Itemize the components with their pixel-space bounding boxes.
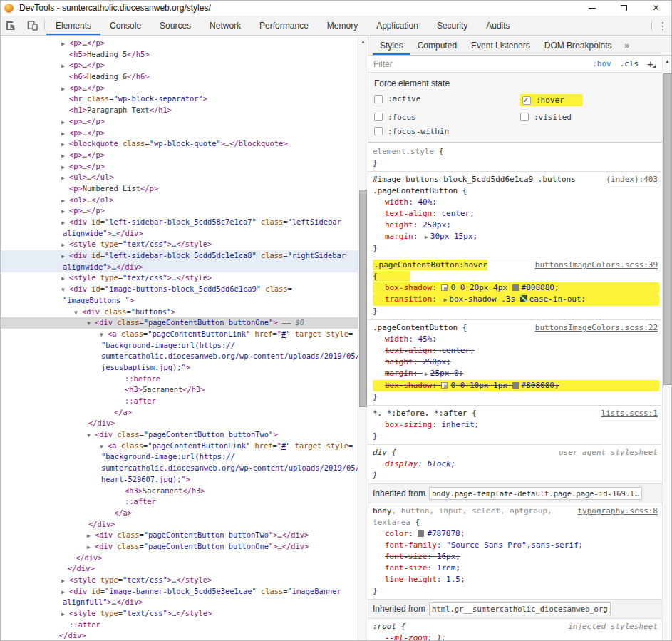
property-value[interactable]: center xyxy=(441,209,470,218)
rule-selector[interactable]: #image-buttons-block_5cdd5dd6e1ca9 .butt… xyxy=(373,175,576,195)
tree-node[interactable]: "background-image:url(https:// xyxy=(0,451,358,463)
tree-node[interactable]: <hr class="wp-block-separator"> xyxy=(0,93,358,105)
state-checkbox-hover[interactable]: :hover xyxy=(522,96,564,105)
expand-arrow-icon[interactable]: ▶ xyxy=(61,240,68,251)
sidebar-tab-computed[interactable]: Computed xyxy=(410,36,464,55)
css-property[interactable]: display: block; xyxy=(373,458,659,470)
tree-node[interactable]: <h3>Sacrament</h3> xyxy=(0,486,358,497)
expand-arrow-icon[interactable]: ▶ xyxy=(61,206,68,217)
property-value[interactable]: ease-in-out xyxy=(529,294,581,304)
css-property[interactable]: text-align: center; xyxy=(373,208,659,220)
property-name[interactable]: transition xyxy=(385,294,432,304)
property-value[interactable]: 0 0 10px 1px xyxy=(450,381,512,390)
tree-node[interactable]: <p>Numbered List</p> xyxy=(0,183,358,195)
tree-node[interactable]: ▼<div class="pageContentButton buttonTwo… xyxy=(0,429,358,441)
css-property[interactable]: transition: ▶box-shadow .3s ease-in-out; xyxy=(373,294,659,306)
property-value[interactable]: 0 0 20px 4px xyxy=(450,283,512,292)
expand-arrow-icon[interactable]: ▶ xyxy=(61,83,68,95)
rule-selector[interactable]: div xyxy=(373,448,387,457)
tree-node[interactable]: ::after xyxy=(0,396,358,407)
state-checkbox-focus-within[interactable]: :focus-within xyxy=(374,127,520,136)
devtools-menu-button[interactable]: ⋮ xyxy=(653,16,672,35)
property-value[interactable]: 30px 15px xyxy=(430,232,473,241)
tree-node[interactable]: ▶<p>…</p> xyxy=(0,161,358,173)
elements-scrollbar[interactable]: ▲ xyxy=(358,36,368,641)
tab-elements[interactable]: Elements xyxy=(46,16,100,35)
state-checkbox-focus[interactable]: :focus xyxy=(374,113,520,122)
property-name[interactable]: text-align xyxy=(385,346,432,355)
sidebar-tab-event-listeners[interactable]: Event Listeners xyxy=(464,36,537,55)
css-property[interactable]: color: #787878; xyxy=(373,528,659,540)
expand-arrow-icon[interactable]: ▶ xyxy=(61,173,68,184)
tree-node[interactable]: ▶<p>…</p> xyxy=(0,83,358,94)
tab-performance[interactable]: Performance xyxy=(250,16,318,35)
tree-node[interactable]: ▶<div class="pageContentButton buttonOne… xyxy=(0,541,358,553)
collapse-arrow-icon[interactable]: ▼ xyxy=(87,318,94,329)
tab-application[interactable]: Application xyxy=(367,16,428,35)
collapse-arrow-icon[interactable]: ▼ xyxy=(61,284,68,296)
checkbox-icon[interactable] xyxy=(522,96,531,105)
property-name[interactable]: box-shadow xyxy=(385,381,432,390)
color-swatch[interactable] xyxy=(512,284,519,291)
scroll-up-icon[interactable]: ▲ xyxy=(663,56,672,66)
property-name[interactable]: --ml-zoom xyxy=(385,633,428,641)
checkbox-icon[interactable] xyxy=(374,95,383,103)
tree-node[interactable]: jesusbaptism.jpg);"> xyxy=(0,362,358,374)
tree-node[interactable]: ::after xyxy=(0,496,358,508)
tab-network[interactable]: Network xyxy=(200,16,250,35)
property-value[interactable]: 40% xyxy=(418,198,432,207)
property-value[interactable]: 45% xyxy=(418,334,432,344)
css-property[interactable]: box-shadow: 0 0 10px 1px #808080; xyxy=(373,380,659,391)
scrollbar-thumb[interactable] xyxy=(359,190,367,407)
property-value[interactable]: 250px xyxy=(423,220,446,230)
tab-console[interactable]: Console xyxy=(100,16,150,35)
tree-node[interactable]: ▶<style type="text/css">…</style> xyxy=(0,272,358,284)
tree-node[interactable]: </div> xyxy=(0,553,358,564)
property-name[interactable]: display xyxy=(385,459,418,468)
tree-node[interactable]: sumtercatholic.diocesanweb.org/wp-conten… xyxy=(0,351,358,362)
stylesheet-source-link[interactable]: lists.scss:1 xyxy=(601,408,658,419)
close-button[interactable]: ✕ xyxy=(640,0,672,16)
property-name[interactable]: box-sizing xyxy=(385,420,432,429)
tab-sources[interactable]: Sources xyxy=(150,16,200,35)
rule-selector[interactable]: , button, input, select, optgroup, texta… xyxy=(373,506,552,527)
css-property[interactable]: box-shadow: 0 0 20px 4px #808080; xyxy=(373,282,659,294)
stylesheet-source-link[interactable]: (index):403 xyxy=(606,174,658,185)
tree-node[interactable]: ▼<a class="pageContentButtonLink" href="… xyxy=(0,441,358,452)
property-value[interactable]: center xyxy=(441,346,470,355)
expand-arrow-icon[interactable]: ▶ xyxy=(61,587,68,598)
cubic-bezier-icon[interactable] xyxy=(520,295,527,302)
tree-node[interactable]: ▶<blockquote class="wp-block-quote">…</b… xyxy=(0,138,358,150)
property-value[interactable]: inherit xyxy=(441,420,474,429)
tree-node[interactable]: <h5>Heading 5</h5> xyxy=(0,49,358,61)
property-value[interactable]: block xyxy=(428,459,451,468)
tree-node[interactable]: ▶<p>…</p> xyxy=(0,128,358,139)
rule-selector[interactable]: :root xyxy=(373,622,396,631)
property-name[interactable]: height xyxy=(385,220,413,230)
css-property[interactable]: box-sizing: inherit; xyxy=(373,419,659,431)
css-property[interactable]: height: 250px; xyxy=(373,220,659,231)
tree-node[interactable]: ▼<div class="pageContentButton buttonOne… xyxy=(0,317,358,329)
tab-security[interactable]: Security xyxy=(428,16,477,35)
property-name[interactable]: color xyxy=(385,529,408,538)
collapse-arrow-icon[interactable]: ▼ xyxy=(100,441,107,453)
property-name[interactable]: width xyxy=(385,334,408,344)
element-classes-button[interactable]: .cls xyxy=(620,59,639,68)
property-name[interactable]: font-family xyxy=(385,540,437,550)
state-checkbox-visited[interactable]: :visited xyxy=(520,113,666,122)
expand-arrow-icon[interactable]: ▶ xyxy=(61,61,68,72)
property-name[interactable]: width xyxy=(385,198,408,207)
property-value[interactable]: 25px 0 xyxy=(430,369,459,378)
stylesheet-source-link[interactable]: buttonsImageColors.scss:22 xyxy=(535,322,658,334)
tree-node[interactable]: <h3>Sacrament</h3> xyxy=(0,384,358,396)
sidebar-more-tabs-button[interactable]: » xyxy=(619,36,635,55)
css-property[interactable]: --ml-zoom: 1; xyxy=(373,632,659,641)
expand-value-icon[interactable]: ▶ xyxy=(423,369,430,380)
tree-node[interactable]: </a> xyxy=(0,407,358,419)
state-checkbox-active[interactable]: :active xyxy=(374,94,520,103)
inherited-element-ref[interactable]: html.gr__sumtercatholic_diocesanweb_org xyxy=(429,602,611,615)
property-name[interactable]: box-shadow xyxy=(385,283,432,292)
collapse-arrow-icon[interactable]: ▼ xyxy=(87,430,94,441)
rule-selector[interactable]: *, *:before, *:after xyxy=(373,409,467,418)
tree-node[interactable]: ▶<p>…</p> xyxy=(0,116,358,128)
